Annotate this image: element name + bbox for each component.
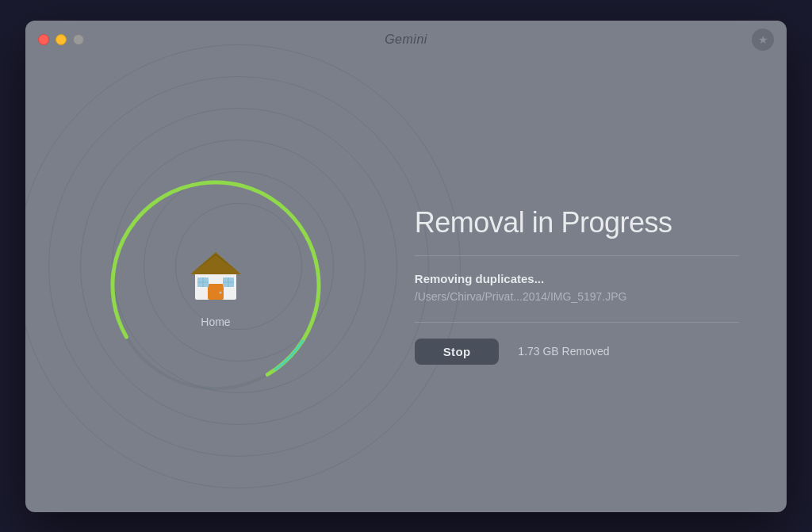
removed-size: 1.73 GB Removed	[518, 345, 609, 358]
left-panel: Home	[25, 59, 406, 512]
progress-title: Removal in Progress	[415, 206, 739, 239]
favorite-button[interactable]: ★	[752, 29, 774, 51]
action-row: Stop 1.73 GB Removed	[415, 339, 739, 365]
home-label: Home	[201, 316, 230, 328]
maximize-button[interactable]	[73, 34, 84, 45]
svg-marker-4	[190, 252, 241, 274]
divider-bottom	[415, 322, 739, 323]
progress-container: Home	[97, 166, 335, 404]
right-panel: Removal in Progress Removing duplicates.…	[391, 59, 787, 512]
stop-button[interactable]: Stop	[415, 339, 500, 365]
minimize-button[interactable]	[56, 34, 67, 45]
house-icon	[184, 243, 247, 306]
removing-label: Removing duplicates...	[415, 272, 739, 285]
star-icon: ★	[758, 33, 768, 46]
close-button[interactable]	[38, 34, 49, 45]
file-path: /Users/Chirva/Privat...2014/IMG_5197.JPG	[415, 290, 739, 303]
app-title: Gemini	[385, 33, 427, 47]
divider-top	[415, 255, 739, 256]
titlebar: Gemini ★	[25, 21, 787, 59]
traffic-lights	[38, 34, 84, 45]
home-icon-container: Home	[184, 243, 247, 328]
app-window: Gemini ★	[25, 21, 787, 512]
svg-point-13	[220, 291, 222, 293]
